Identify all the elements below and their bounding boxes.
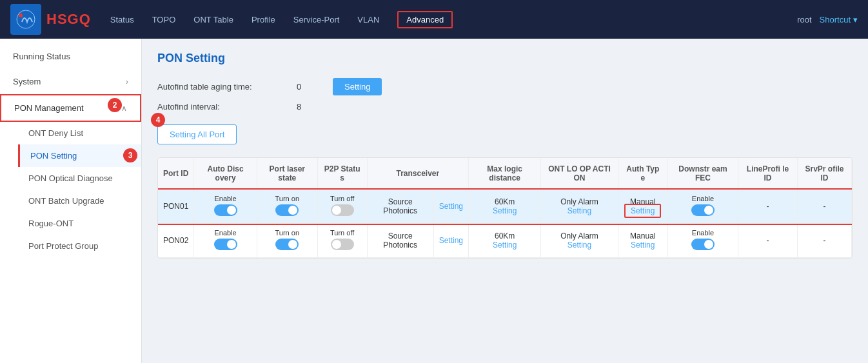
line-profile-1: - xyxy=(738,190,797,224)
chevron-right-icon: › xyxy=(126,77,128,86)
toggle-auto-disc-1[interactable] xyxy=(214,204,237,216)
autofind-aging-label: Autofind table aging time: xyxy=(157,82,286,92)
autofind-interval-value: 8 xyxy=(297,102,322,112)
content-area: PON Setting Autofind table aging time: 0… xyxy=(142,39,868,363)
loop-setting-2[interactable]: Setting xyxy=(567,240,591,250)
col-downstream: Downstr eam FEC xyxy=(667,158,738,190)
nav-status[interactable]: Status xyxy=(110,12,134,27)
nav-bar: Status TOPO ONT Table Profile Service-Po… xyxy=(110,11,797,28)
max-dist-setting-2[interactable]: Setting xyxy=(493,240,517,250)
transceiver-setting-2[interactable]: Setting xyxy=(433,224,468,258)
autofind-interval-row: Autofind interval: 8 xyxy=(157,102,853,112)
auth-type-1: Manual Setting xyxy=(618,190,667,224)
setting-all-port-button[interactable]: Setting All Port xyxy=(157,124,237,144)
logo-icon xyxy=(10,4,41,35)
transceiver-name-1: Source Photonics xyxy=(367,190,433,224)
table: Port ID Auto Disc overy Port laser state… xyxy=(158,158,852,258)
auth-setting-highlighted-1[interactable]: Setting xyxy=(624,204,661,218)
pon-settings-table: Port ID Auto Disc overy Port laser state… xyxy=(157,157,853,259)
setting-button[interactable]: Setting xyxy=(333,78,382,95)
downstream-1: Enable xyxy=(667,190,738,224)
toggle-p2p-2[interactable] xyxy=(331,239,354,250)
table-header: Port ID Auto Disc overy Port laser state… xyxy=(158,158,852,190)
port-id-1: PON01 xyxy=(158,190,194,224)
downstream-2: Enable xyxy=(667,224,738,258)
line-profile-2: - xyxy=(738,224,797,258)
col-p2p: P2P Statu s xyxy=(317,158,367,190)
autofind-aging-value: 0 xyxy=(297,82,322,92)
nav-topo[interactable]: TOPO xyxy=(152,12,176,27)
nav-advanced[interactable]: Advanced xyxy=(397,11,453,28)
header-right: root Shortcut ▾ xyxy=(797,15,858,25)
page-title: PON Setting xyxy=(157,52,853,65)
toggle-port-laser-2[interactable] xyxy=(275,239,299,250)
user-label: root xyxy=(797,15,811,25)
col-srv-profile: SrvPr ofile ID xyxy=(798,158,852,190)
nav-ont-table[interactable]: ONT Table xyxy=(193,12,233,27)
chevron-down-icon: ▾ xyxy=(853,15,858,25)
logo-text: HSGQ xyxy=(46,11,91,28)
p2p-1: Turn off xyxy=(317,190,367,224)
chevron-up-icon: ∧ xyxy=(121,104,127,113)
auto-disc-1: Enable xyxy=(194,190,257,224)
srv-profile-1: - xyxy=(798,190,852,224)
toggle-auto-disc-2[interactable] xyxy=(214,239,237,250)
nav-vlan[interactable]: VLAN xyxy=(357,12,379,27)
col-transceiver: Transceiver xyxy=(367,158,468,190)
port-id-2: PON02 xyxy=(158,224,194,258)
sidebar-item-ont-deny-list[interactable]: ONT Deny List xyxy=(18,122,141,144)
port-laser-2: Turn on xyxy=(257,224,317,258)
badge-3: 3 xyxy=(123,148,137,162)
col-max-dist: Max logic distance xyxy=(469,158,541,190)
loop-action-2: Only Alarm Setting xyxy=(541,224,618,258)
autofind-interval-label: Autofind interval: xyxy=(157,102,286,112)
port-laser-1: Turn on xyxy=(257,190,317,224)
max-dist-1: 60Km Setting xyxy=(469,190,541,224)
badge-2: 2 xyxy=(108,98,122,112)
autofind-aging-row: Autofind table aging time: 0 Setting xyxy=(157,78,853,95)
shortcut-button[interactable]: Shortcut ▾ xyxy=(820,15,858,25)
sidebar-item-rogue-ont[interactable]: Rogue-ONT xyxy=(18,212,141,235)
transceiver-name-2: Source Photonics xyxy=(367,224,433,258)
toggle-p2p-1[interactable] xyxy=(331,204,354,216)
sidebar-item-running-status[interactable]: Running Status xyxy=(0,44,141,69)
badge-4: 4 xyxy=(151,113,165,127)
max-dist-setting-1[interactable]: Setting xyxy=(493,206,517,215)
loop-setting-1[interactable]: Setting xyxy=(567,206,591,215)
sidebar-item-system[interactable]: System › xyxy=(0,69,141,94)
col-port-laser: Port laser state xyxy=(257,158,317,190)
main-layout: Running Status System › PON Management ∧… xyxy=(0,39,868,363)
auto-disc-2: Enable xyxy=(194,224,257,258)
col-auth-type: Auth Typ e xyxy=(618,158,667,190)
max-dist-2: 60Km Setting xyxy=(469,224,541,258)
table-row: PON02 Enable Turn on Turn off xyxy=(158,224,852,258)
table-body: PON01 Enable Turn on Turn off xyxy=(158,190,852,258)
toggle-downstream-2[interactable] xyxy=(691,239,715,250)
sidebar: Running Status System › PON Management ∧… xyxy=(0,39,142,363)
sidebar-sub-pon: ONT Deny List PON Setting 3 PON Optical … xyxy=(0,122,141,257)
nav-service-port[interactable]: Service-Port xyxy=(293,12,340,27)
auth-type-2: Manual Setting xyxy=(618,224,667,258)
sidebar-item-pon-optical-diagnose[interactable]: PON Optical Diagnose xyxy=(18,167,141,190)
nav-profile[interactable]: Profile xyxy=(252,12,275,27)
sidebar-item-ont-batch-upgrade[interactable]: ONT Batch Upgrade xyxy=(18,190,141,212)
col-auto-disc: Auto Disc overy xyxy=(194,158,257,190)
logo-area: HSGQ xyxy=(10,4,91,35)
toggle-downstream-1[interactable] xyxy=(691,204,715,216)
header: HSGQ Status TOPO ONT Table Profile Servi… xyxy=(0,0,868,39)
col-port-id: Port ID xyxy=(158,158,194,190)
p2p-2: Turn off xyxy=(317,224,367,258)
col-line-profile: LineProfi le ID xyxy=(738,158,797,190)
toggle-port-laser-1[interactable] xyxy=(275,204,299,216)
svg-point-1 xyxy=(19,14,23,17)
col-loop-action: ONT LO OP ACTI ON xyxy=(541,158,618,190)
table-row: PON01 Enable Turn on Turn off xyxy=(158,190,852,224)
auth-setting-2[interactable]: Setting xyxy=(631,240,655,250)
sidebar-item-port-protect-group[interactable]: Port Protect Group xyxy=(18,235,141,257)
transceiver-setting-1[interactable]: Setting xyxy=(433,190,468,224)
srv-profile-2: - xyxy=(798,224,852,258)
loop-action-1: Only Alarm Setting xyxy=(541,190,618,224)
